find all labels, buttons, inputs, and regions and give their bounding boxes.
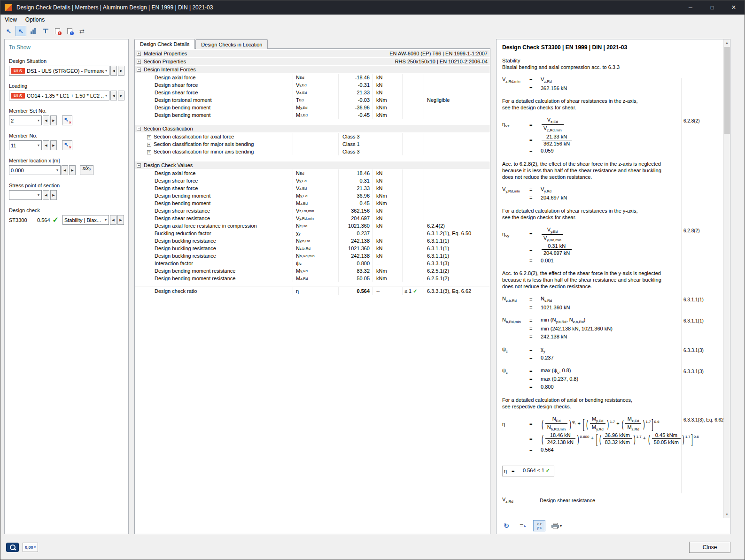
- group-header[interactable]: +Section PropertiesRHS 250x150x10 | EN 1…: [135, 58, 490, 65]
- table-row[interactable]: +Section classification for major axis b…: [135, 140, 490, 148]
- group-header[interactable]: −Design Check Values: [135, 161, 490, 169]
- cell-label: Design shear resistance: [135, 215, 293, 221]
- stress-point-select[interactable]: -- ▾: [9, 190, 42, 200]
- table-row[interactable]: Design shear forceVy,Ed0.31kN: [135, 177, 490, 184]
- expand-icon[interactable]: +: [137, 60, 141, 64]
- close-window-button[interactable]: ×: [723, 0, 745, 15]
- relations-button[interactable]: ⇄: [77, 26, 87, 36]
- table-row[interactable]: Design buckling resistanceNb,Rd,min242.1…: [135, 252, 490, 260]
- scrollbar-thumb[interactable]: [724, 47, 730, 134]
- collapse-icon[interactable]: −: [137, 163, 141, 168]
- group-header[interactable]: +Material PropertiesEN AW-6060 (EP) T66 …: [135, 50, 490, 57]
- table-row[interactable]: +Section classification for minor axis b…: [135, 148, 490, 155]
- group-header[interactable]: −Section Classification: [135, 125, 490, 132]
- table-row[interactable]: Design check ratioη0.564--≤ 1 ✓6.3.3.1(3…: [135, 287, 490, 295]
- select-check-button[interactable]: ↖: [3, 26, 14, 36]
- formula-numbers-button[interactable]: x·zy·4: [533, 520, 545, 531]
- design-check-next-button[interactable]: ▶: [117, 215, 124, 225]
- menu-options[interactable]: Options: [21, 15, 49, 24]
- location-prev-button[interactable]: ◀: [62, 165, 68, 175]
- location-next-button[interactable]: ▶: [69, 165, 76, 175]
- table-row[interactable]: Interaction factorψc0.800--6.3.3.1(3): [135, 260, 490, 267]
- scroll-up-icon[interactable]: ▲: [724, 39, 730, 46]
- formula-rhs: max (ψc, 0.8): [541, 368, 679, 375]
- table-row[interactable]: Design bending momentMz,Ed0.45kNm: [135, 199, 490, 207]
- formula-line: =0.800: [502, 384, 679, 391]
- expand-icon[interactable]: +: [137, 52, 141, 56]
- cell-label: +Section classification for axial force: [135, 134, 293, 139]
- group-header[interactable]: −Design Internal Forces: [135, 66, 490, 73]
- member-set-select[interactable]: 2 ▾: [9, 115, 42, 125]
- member-select[interactable]: 11 ▾: [9, 140, 42, 150]
- table-row[interactable]: Design bending momentMy,Ed36.96kNm: [135, 192, 490, 199]
- info-two-button[interactable]: 1: [64, 26, 75, 36]
- table-row[interactable]: Design shear forceVz,Ed21.33kN: [135, 184, 490, 192]
- stress-point-next-button[interactable]: ▶: [50, 190, 57, 200]
- jump-to-member-button[interactable]: [40, 26, 51, 36]
- result-diagram-button[interactable]: [28, 26, 39, 36]
- design-situation-select[interactable]: ULS DS1 - ULS (STR/GEO) - Permane... ▾: [9, 66, 109, 76]
- loading-prev-button[interactable]: ◀: [110, 91, 117, 100]
- member-prev-button[interactable]: ◀: [43, 140, 49, 150]
- info-one-button[interactable]: 1: [52, 26, 63, 36]
- code-reference: 6.3.1.1(1): [680, 297, 720, 302]
- table-row[interactable]: Design bending momentMz,Ed-0.45kNm: [135, 111, 490, 119]
- expand-icon[interactable]: +: [147, 135, 151, 139]
- table-row[interactable]: +Section classification for axial forceC…: [135, 133, 490, 140]
- scroll-down-icon[interactable]: ▼: [724, 511, 730, 518]
- table-row[interactable]: Design shear forceVz,Ed21.33kN: [135, 89, 490, 96]
- cell-check: [402, 140, 424, 148]
- magnifier-button[interactable]: [6, 543, 19, 552]
- table-row[interactable]: Design buckling resistanceNz,b,Rd1021.36…: [135, 245, 490, 252]
- table-row[interactable]: Design axial forceNEd-18.46kN: [135, 74, 490, 81]
- stress-point-prev-button[interactable]: ◀: [43, 190, 49, 200]
- tab-design-check-details[interactable]: Design Check Details: [134, 39, 195, 49]
- table-row[interactable]: Design torsional momentTEd-0.03kNmNeglig…: [135, 96, 490, 104]
- table-row[interactable]: Design shear forceVy,Ed-0.31kN: [135, 81, 490, 89]
- maximize-button[interactable]: □: [701, 0, 723, 15]
- table-row[interactable]: Design axial forceNEd18.46kN: [135, 169, 490, 177]
- table-row[interactable]: Design shear resistanceVy,Rd,min204.697k…: [135, 215, 490, 222]
- expand-icon[interactable]: +: [147, 150, 151, 154]
- expand-details-button[interactable]: ≡▸: [517, 520, 529, 531]
- decimal-places-button[interactable]: 0,00 ▾: [23, 543, 38, 552]
- equals-sign: =: [529, 195, 541, 200]
- scrollbar-track[interactable]: [724, 46, 730, 511]
- menu-view[interactable]: View: [0, 15, 21, 24]
- scrollbar[interactable]: ▲ ▼: [723, 39, 730, 518]
- member-next-button[interactable]: ▶: [50, 140, 57, 150]
- close-button[interactable]: Close: [689, 542, 730, 553]
- cell-value: 21.33: [338, 89, 372, 96]
- member-set-pick-button[interactable]: ↖ ×: [62, 115, 72, 125]
- collapse-icon[interactable]: −: [137, 68, 141, 72]
- table-row[interactable]: Design buckling resistanceNy,b,Rd242.138…: [135, 237, 490, 245]
- member-location-select[interactable]: 0.000 ▾: [9, 165, 61, 175]
- print-button[interactable]: ▾: [550, 520, 564, 531]
- minimize-button[interactable]: ─: [680, 0, 701, 15]
- cell-symbol: Mz,Ed: [293, 111, 338, 119]
- table-row[interactable]: Design axial force resistance in compres…: [135, 222, 490, 230]
- design-check-type-select[interactable]: Stability | Biax... ▾: [62, 215, 109, 225]
- cell-value: 0.45: [338, 199, 372, 207]
- show-location-button[interactable]: ↖: [16, 26, 26, 36]
- table-row[interactable]: Buckling reduction factorχy0.237--6.3.1.…: [135, 230, 490, 237]
- member-set-next-button[interactable]: ▶: [50, 115, 57, 125]
- loading-select[interactable]: ULS CO14 - 1.35 * LC1 + 1.50 * LC2 ... ▾: [9, 91, 109, 100]
- relative-location-toggle[interactable]: x/x₀: [80, 165, 93, 175]
- cell-check: [402, 111, 424, 119]
- collapse-icon[interactable]: −: [137, 127, 141, 131]
- cell-label: Buckling reduction factor: [135, 230, 293, 236]
- member-set-prev-button[interactable]: ◀: [43, 115, 49, 125]
- member-pick-button[interactable]: ↖ ×: [62, 140, 72, 150]
- table-row[interactable]: Design bending moment resistanceMz,Rd50.…: [135, 275, 490, 282]
- design-situation-next-button[interactable]: ▶: [118, 66, 124, 76]
- tab-design-checks-in-location[interactable]: Design Checks in Location: [195, 39, 268, 49]
- table-row[interactable]: Design bending moment resistanceMy,Rd83.…: [135, 267, 490, 275]
- design-check-prev-button[interactable]: ◀: [110, 215, 116, 225]
- table-row[interactable]: Design bending momentMy,Ed-36.96kNm: [135, 104, 490, 111]
- refresh-button[interactable]: ↻: [500, 520, 512, 531]
- expand-icon[interactable]: +: [147, 143, 151, 147]
- design-situation-prev-button[interactable]: ◀: [110, 66, 117, 76]
- table-row[interactable]: Design shear resistanceVz,Rd,min362.156k…: [135, 207, 490, 215]
- loading-next-button[interactable]: ▶: [118, 91, 124, 100]
